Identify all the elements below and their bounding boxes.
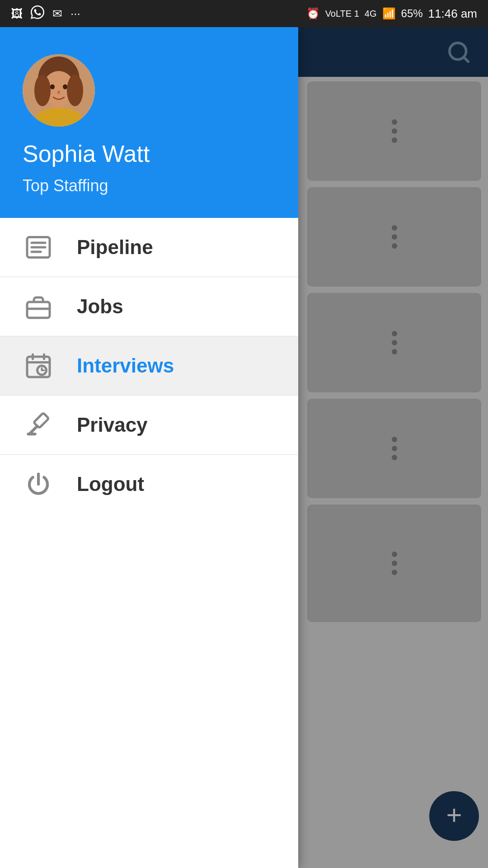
jobs-label: Jobs — [77, 295, 123, 318]
svg-point-10 — [63, 85, 67, 90]
svg-point-9 — [50, 85, 55, 90]
alarm-icon: ⏰ — [306, 7, 320, 20]
sidebar-item-pipeline[interactable]: Pipeline — [0, 218, 298, 277]
network-icon: 4G — [365, 9, 377, 19]
status-bar: 🖼 ✉ ··· ⏰ VoLTE 1 4G 📶 65% 11:46 am — [0, 0, 488, 27]
user-company: Top Staffing — [23, 176, 276, 195]
time-label: 11:46 am — [428, 7, 477, 21]
logout-label: Logout — [77, 473, 144, 495]
drawer-nav: Pipeline Jobs — [0, 218, 298, 868]
briefcase-icon — [23, 291, 54, 322]
signal-label: VoLTE 1 — [325, 9, 359, 19]
status-bar-left: 🖼 ✉ ··· — [11, 5, 80, 22]
sidebar-item-interviews[interactable]: Interviews — [0, 336, 298, 395]
calendar-clock-icon — [23, 350, 54, 382]
sidebar-item-logout[interactable]: Logout — [0, 455, 298, 514]
sidebar-item-privacy[interactable]: Privacy — [0, 396, 298, 454]
pipeline-label: Pipeline — [77, 236, 153, 259]
svg-point-5 — [34, 75, 51, 106]
wifi-bars-icon: 📶 — [382, 7, 396, 20]
svg-point-6 — [67, 75, 83, 106]
sidebar-item-jobs[interactable]: Jobs — [0, 277, 298, 336]
whatsapp-icon — [31, 5, 44, 22]
status-bar-right: ⏰ VoLTE 1 4G 📶 65% 11:46 am — [306, 7, 477, 21]
more-icon: ··· — [70, 7, 80, 21]
gavel-icon — [23, 409, 54, 441]
main-wrapper: + — [0, 27, 488, 868]
drawer-header: Sophia Watt Top Staffing — [0, 27, 298, 218]
user-name: Sophia Watt — [23, 140, 276, 167]
avatar — [23, 54, 95, 127]
power-icon — [23, 468, 54, 500]
gallery-icon: 🖼 — [11, 7, 23, 21]
interviews-label: Interviews — [77, 354, 174, 377]
list-icon — [23, 231, 54, 263]
privacy-label: Privacy — [77, 414, 148, 436]
navigation-drawer: Sophia Watt Top Staffing Pipeline — [0, 27, 298, 868]
email-icon: ✉ — [52, 7, 62, 21]
battery-label: 65% — [401, 7, 423, 20]
svg-point-11 — [57, 90, 60, 94]
